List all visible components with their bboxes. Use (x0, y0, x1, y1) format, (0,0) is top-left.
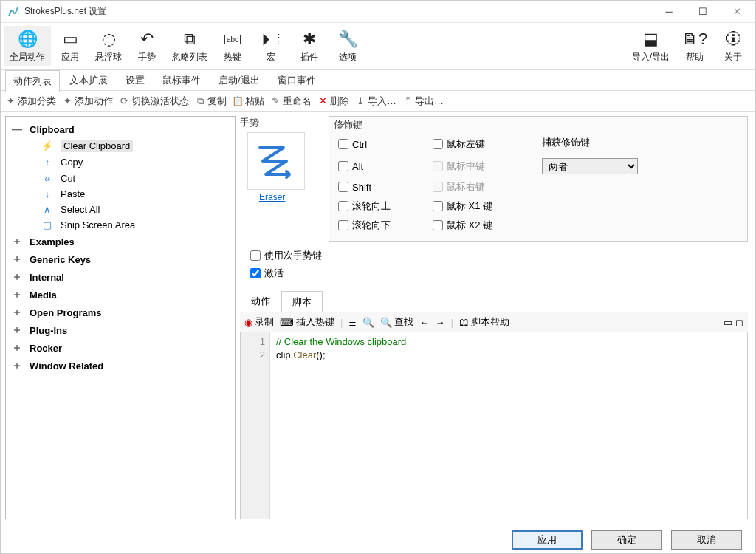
category-open-programs[interactable]: ＋Open Programs (9, 304, 232, 321)
book-icon: 🕮 (459, 317, 469, 328)
sub-tabs: 动作列表 文本扩展 设置 鼠标事件 启动/退出 窗口事件 (1, 70, 755, 91)
maximize-button[interactable]: ☐ (686, 1, 720, 23)
subtab-settings[interactable]: 设置 (117, 69, 153, 91)
toolbar-import-export[interactable]: ⬓导入/导出 (626, 26, 676, 66)
mod-lmb[interactable]: 鼠标左键 (433, 137, 536, 151)
category-examples[interactable]: ＋Examples (9, 233, 232, 250)
script-tabs: 动作 脚本 (240, 290, 748, 312)
insert-hotkey[interactable]: ⌨插入热键 (280, 315, 334, 329)
script-next[interactable]: → (435, 317, 444, 328)
subtab-mouse-events[interactable]: 鼠标事件 (154, 69, 209, 91)
mod-alt[interactable]: Alt (338, 161, 427, 172)
mod-scrollup[interactable]: 滚轮向上 (338, 199, 427, 213)
paste-action[interactable]: 📋粘贴 (233, 95, 264, 108)
subtab-action-list[interactable]: 动作列表 (5, 70, 60, 92)
info-icon: 🛈 (723, 29, 743, 49)
category-rocker[interactable]: ＋Rocker (9, 339, 232, 357)
plus-folder-icon: ✦ (5, 96, 16, 106)
toolbar-help[interactable]: 🗎?帮助 (676, 26, 714, 66)
use-secondary-check[interactable]: 使用次手势键 (250, 249, 748, 262)
action-clear-clipboard[interactable]: ⚡Clear Clipboard (9, 137, 232, 154)
mod-scrolldown[interactable]: 滚轮向下 (338, 219, 427, 232)
toolbar-about[interactable]: 🛈关于 (714, 26, 752, 66)
puzzle-icon: ✱ (299, 29, 320, 49)
main-toolbar: 🌐全局动作 ▭应用 ◌悬浮球 ↶手势 ⧉忽略列表 abc热键 ⏵⁞宏 ✱插件 🔧… (1, 23, 755, 70)
category-clipboard[interactable]: —Clipboard (9, 121, 232, 137)
category-internal[interactable]: ＋Internal (9, 268, 232, 286)
scripttab-script[interactable]: 脚本 (281, 291, 323, 312)
mod-shift[interactable]: Shift (338, 182, 427, 193)
rename-action[interactable]: ✎重命名 (270, 95, 312, 108)
code-editor[interactable]: 1 2 // Clear the Windows clipboard clip.… (240, 332, 748, 519)
capture-label: 捕获修饰键 (542, 136, 738, 149)
keyboard-icon: abc (222, 29, 243, 49)
capture-select[interactable]: 两者 (542, 158, 638, 174)
action-paste[interactable]: ↓Paste (9, 186, 232, 202)
copy-action[interactable]: ⧉复制 (195, 95, 227, 108)
mod-x2[interactable]: 鼠标 X2 键 (433, 219, 536, 232)
category-generic-keys[interactable]: ＋Generic Keys (9, 250, 232, 268)
toolbar-hotkeys[interactable]: abc热键 (213, 26, 252, 66)
expand-icon: ＋ (10, 341, 24, 355)
export-action[interactable]: ⤒导出… (402, 95, 444, 108)
toolbar-floater[interactable]: ◌悬浮球 (89, 26, 128, 66)
play-icon: ⏵⁞ (261, 29, 281, 49)
delete-action[interactable]: ✕删除 (317, 95, 349, 108)
apply-button[interactable]: 应用 (512, 530, 583, 550)
plus-action-icon: ✦ (62, 96, 72, 106)
mod-mmb: 鼠标中键 (433, 160, 536, 173)
expand-icon: ＋ (10, 359, 24, 372)
cancel-button[interactable]: 取消 (671, 530, 742, 550)
action-select-all[interactable]: ∧Select All (9, 202, 232, 217)
window-title: StrokesPlus.net 设置 (24, 5, 652, 18)
expand-icon: ＋ (10, 288, 24, 301)
subtab-startup[interactable]: 启动/退出 (210, 69, 268, 91)
toolbar-ignore[interactable]: ⧉忽略列表 (166, 26, 213, 66)
add-category[interactable]: ✦添加分类 (5, 95, 56, 108)
toggle-active[interactable]: ⟳切换激活状态 (119, 95, 189, 108)
script-prev[interactable]: ← (419, 317, 429, 328)
mod-x1[interactable]: 鼠标 X1 键 (433, 199, 536, 213)
editor-max-icon[interactable]: ◻ (735, 317, 743, 328)
toolbar-plugins[interactable]: ✱插件 (290, 26, 329, 66)
help-icon: 🗎? (684, 29, 705, 49)
ok-button[interactable]: 确定 (591, 530, 662, 550)
toolbar-macro[interactable]: ⏵⁞宏 (252, 26, 290, 66)
record-button[interactable]: ◉录制 (244, 315, 274, 329)
category-media[interactable]: ＋Media (9, 286, 232, 304)
gesture-link[interactable]: Eraser (259, 192, 285, 202)
import-action[interactable]: ⤓导入… (355, 95, 396, 108)
app-icon (7, 5, 20, 18)
script-search-icon[interactable]: 🔍 (362, 317, 374, 328)
gesture-icon: ↑ (40, 157, 55, 168)
expand-icon: ＋ (10, 253, 24, 266)
toolbar-global-actions[interactable]: 🌐全局动作 (4, 26, 51, 66)
close-button[interactable]: ✕ (720, 1, 754, 23)
subtab-window-events[interactable]: 窗口事件 (269, 69, 324, 91)
script-find[interactable]: 🔍查找 (380, 315, 413, 329)
toolbar-apps[interactable]: ▭应用 (51, 26, 89, 66)
action-tree[interactable]: —Clipboard ⚡Clear Clipboard ↑Copy 𝛼Cut ↓… (5, 116, 236, 519)
undo-icon: ↶ (137, 29, 157, 49)
active-check[interactable]: 激活 (250, 267, 748, 280)
category-window-related[interactable]: ＋Window Related (9, 357, 232, 375)
mod-ctrl[interactable]: Ctrl (338, 139, 427, 150)
script-help[interactable]: 🕮脚本帮助 (459, 315, 509, 329)
gesture-preview[interactable] (247, 132, 305, 190)
bottom-bar: 应用 确定 取消 (1, 524, 755, 554)
subtab-text-expand[interactable]: 文本扩展 (61, 69, 116, 91)
category-plugins[interactable]: ＋Plug-Ins (9, 321, 232, 339)
action-cut[interactable]: 𝛼Cut (9, 170, 232, 186)
indent-icon: ≣ (348, 317, 357, 328)
action-copy[interactable]: ↑Copy (9, 154, 232, 170)
scripttab-action[interactable]: 动作 (240, 290, 281, 312)
minimize-button[interactable]: ─ (652, 1, 686, 23)
script-indent[interactable]: ≣ (348, 317, 357, 328)
toolbar-options[interactable]: 🔧选项 (329, 26, 367, 66)
editor-min-icon[interactable]: ▭ (724, 317, 732, 328)
toolbar-gestures[interactable]: ↶手势 (128, 26, 166, 66)
io-icon: ⬓ (640, 29, 661, 49)
collapse-icon: — (10, 123, 24, 135)
add-action[interactable]: ✦添加动作 (62, 95, 113, 108)
action-snip[interactable]: ▢Snip Screen Area (9, 217, 232, 233)
